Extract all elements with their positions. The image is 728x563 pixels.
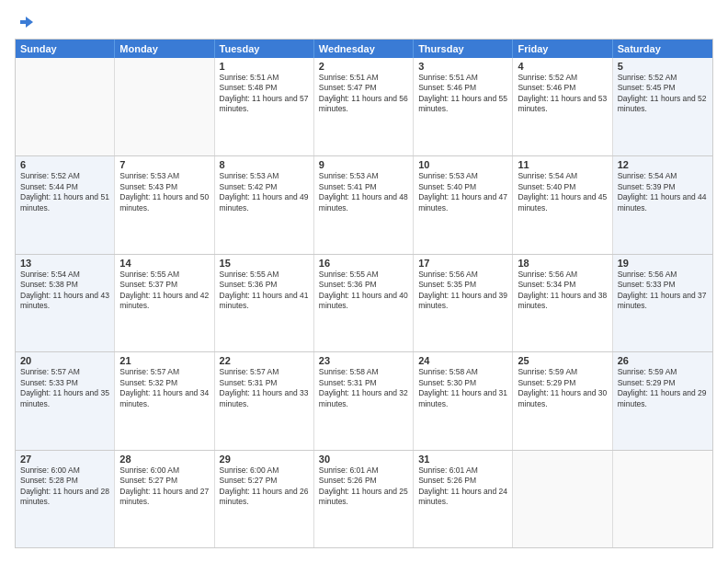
page: SundayMondayTuesdayWednesdayThursdayFrid…	[0, 0, 728, 563]
day-number: 19	[618, 258, 708, 269]
day-info: Sunrise: 5:56 AMSunset: 5:33 PMDaylight:…	[618, 270, 708, 312]
day-number: 18	[518, 258, 607, 269]
day-cell-6: 6Sunrise: 5:52 AMSunset: 5:44 PMDaylight…	[16, 156, 115, 253]
day-info: Sunrise: 5:53 AMSunset: 5:40 PMDaylight:…	[418, 171, 507, 213]
header-day-friday: Friday	[513, 40, 612, 58]
day-cell-15: 15Sunrise: 5:55 AMSunset: 5:36 PMDayligh…	[215, 255, 314, 351]
day-info: Sunrise: 5:53 AMSunset: 5:41 PMDaylight:…	[319, 171, 408, 213]
day-number: 20	[20, 355, 109, 366]
empty-cell	[513, 451, 612, 547]
day-number: 15	[220, 258, 309, 269]
empty-cell	[613, 451, 712, 547]
day-number: 12	[618, 159, 708, 170]
day-info: Sunrise: 5:55 AMSunset: 5:36 PMDaylight:…	[319, 270, 408, 312]
day-cell-16: 16Sunrise: 5:55 AMSunset: 5:36 PMDayligh…	[314, 255, 414, 351]
day-number: 21	[119, 355, 209, 366]
day-number: 28	[119, 454, 209, 465]
day-cell-19: 19Sunrise: 5:56 AMSunset: 5:33 PMDayligh…	[613, 255, 712, 351]
day-info: Sunrise: 5:57 AMSunset: 5:33 PMDaylight:…	[20, 367, 109, 409]
day-number: 4	[518, 61, 607, 72]
day-number: 14	[119, 258, 209, 269]
day-info: Sunrise: 5:55 AMSunset: 5:37 PMDaylight:…	[119, 270, 209, 312]
calendar-row-3: 13Sunrise: 5:54 AMSunset: 5:38 PMDayligh…	[16, 254, 712, 351]
day-cell-2: 2Sunrise: 5:51 AMSunset: 5:47 PMDaylight…	[314, 58, 414, 155]
day-cell-30: 30Sunrise: 6:01 AMSunset: 5:26 PMDayligh…	[314, 451, 414, 547]
day-number: 2	[319, 61, 408, 72]
day-info: Sunrise: 5:54 AMSunset: 5:38 PMDaylight:…	[20, 270, 109, 312]
day-cell-13: 13Sunrise: 5:54 AMSunset: 5:38 PMDayligh…	[16, 255, 115, 351]
day-cell-31: 31Sunrise: 6:01 AMSunset: 5:26 PMDayligh…	[414, 451, 513, 547]
day-number: 10	[418, 159, 507, 170]
day-cell-11: 11Sunrise: 5:54 AMSunset: 5:40 PMDayligh…	[513, 156, 612, 253]
day-number: 23	[319, 355, 408, 366]
day-number: 27	[20, 454, 109, 465]
day-cell-4: 4Sunrise: 5:52 AMSunset: 5:46 PMDaylight…	[513, 58, 612, 155]
day-cell-12: 12Sunrise: 5:54 AMSunset: 5:39 PMDayligh…	[613, 156, 712, 253]
header-day-saturday: Saturday	[613, 40, 712, 58]
header-day-wednesday: Wednesday	[314, 40, 414, 58]
day-cell-8: 8Sunrise: 5:53 AMSunset: 5:42 PMDaylight…	[215, 156, 314, 253]
day-number: 11	[518, 159, 607, 170]
day-number: 25	[518, 355, 607, 366]
day-cell-26: 26Sunrise: 5:59 AMSunset: 5:29 PMDayligh…	[613, 352, 712, 449]
day-cell-10: 10Sunrise: 5:53 AMSunset: 5:40 PMDayligh…	[414, 156, 513, 253]
header	[15, 15, 713, 29]
logo-flag-icon	[17, 15, 35, 33]
calendar-row-1: 1Sunrise: 5:51 AMSunset: 5:48 PMDaylight…	[16, 58, 712, 155]
day-cell-14: 14Sunrise: 5:55 AMSunset: 5:37 PMDayligh…	[115, 255, 214, 351]
day-number: 22	[220, 355, 309, 366]
calendar-row-2: 6Sunrise: 5:52 AMSunset: 5:44 PMDaylight…	[16, 155, 712, 253]
day-cell-9: 9Sunrise: 5:53 AMSunset: 5:41 PMDaylight…	[314, 156, 414, 253]
day-number: 26	[618, 355, 708, 366]
day-info: Sunrise: 5:56 AMSunset: 5:34 PMDaylight:…	[518, 270, 607, 312]
day-cell-25: 25Sunrise: 5:59 AMSunset: 5:29 PMDayligh…	[513, 352, 612, 449]
day-info: Sunrise: 5:51 AMSunset: 5:46 PMDaylight:…	[418, 73, 507, 115]
calendar-header: SundayMondayTuesdayWednesdayThursdayFrid…	[16, 40, 712, 58]
logo	[15, 15, 35, 29]
day-info: Sunrise: 5:53 AMSunset: 5:42 PMDaylight:…	[220, 171, 309, 213]
day-number: 31	[418, 454, 507, 465]
header-day-tuesday: Tuesday	[215, 40, 314, 58]
day-info: Sunrise: 5:57 AMSunset: 5:32 PMDaylight:…	[119, 367, 209, 409]
day-info: Sunrise: 5:58 AMSunset: 5:30 PMDaylight:…	[418, 367, 507, 409]
day-info: Sunrise: 5:56 AMSunset: 5:35 PMDaylight:…	[418, 270, 507, 312]
header-day-sunday: Sunday	[16, 40, 115, 58]
day-info: Sunrise: 5:52 AMSunset: 5:46 PMDaylight:…	[518, 73, 607, 115]
header-day-thursday: Thursday	[414, 40, 513, 58]
day-number: 8	[220, 159, 309, 170]
day-info: Sunrise: 5:58 AMSunset: 5:31 PMDaylight:…	[319, 367, 408, 409]
day-cell-1: 1Sunrise: 5:51 AMSunset: 5:48 PMDaylight…	[215, 58, 314, 155]
day-number: 24	[418, 355, 507, 366]
day-cell-21: 21Sunrise: 5:57 AMSunset: 5:32 PMDayligh…	[115, 352, 214, 449]
day-cell-28: 28Sunrise: 6:00 AMSunset: 5:27 PMDayligh…	[115, 451, 214, 547]
day-number: 13	[20, 258, 109, 269]
day-info: Sunrise: 5:52 AMSunset: 5:44 PMDaylight:…	[20, 171, 109, 213]
day-number: 1	[220, 61, 309, 72]
day-info: Sunrise: 5:57 AMSunset: 5:31 PMDaylight:…	[220, 367, 309, 409]
day-number: 5	[618, 61, 708, 72]
day-info: Sunrise: 5:52 AMSunset: 5:45 PMDaylight:…	[618, 73, 708, 115]
day-info: Sunrise: 6:01 AMSunset: 5:26 PMDaylight:…	[418, 465, 507, 508]
day-info: Sunrise: 5:53 AMSunset: 5:43 PMDaylight:…	[119, 171, 209, 213]
day-info: Sunrise: 5:51 AMSunset: 5:48 PMDaylight:…	[220, 73, 309, 115]
day-number: 9	[319, 159, 408, 170]
day-info: Sunrise: 6:00 AMSunset: 5:28 PMDaylight:…	[20, 465, 109, 508]
empty-cell	[16, 58, 115, 155]
day-cell-24: 24Sunrise: 5:58 AMSunset: 5:30 PMDayligh…	[414, 352, 513, 449]
day-cell-23: 23Sunrise: 5:58 AMSunset: 5:31 PMDayligh…	[314, 352, 414, 449]
day-cell-18: 18Sunrise: 5:56 AMSunset: 5:34 PMDayligh…	[513, 255, 612, 351]
calendar: SundayMondayTuesdayWednesdayThursdayFrid…	[15, 39, 713, 548]
day-info: Sunrise: 5:59 AMSunset: 5:29 PMDaylight:…	[618, 367, 708, 409]
day-cell-17: 17Sunrise: 5:56 AMSunset: 5:35 PMDayligh…	[414, 255, 513, 351]
day-number: 16	[319, 258, 408, 269]
day-cell-22: 22Sunrise: 5:57 AMSunset: 5:31 PMDayligh…	[215, 352, 314, 449]
day-cell-20: 20Sunrise: 5:57 AMSunset: 5:33 PMDayligh…	[16, 352, 115, 449]
day-cell-3: 3Sunrise: 5:51 AMSunset: 5:46 PMDaylight…	[414, 58, 513, 155]
header-day-monday: Monday	[115, 40, 214, 58]
day-number: 6	[20, 159, 109, 170]
day-info: Sunrise: 5:55 AMSunset: 5:36 PMDaylight:…	[220, 270, 309, 312]
day-number: 7	[119, 159, 209, 170]
day-number: 3	[418, 61, 507, 72]
empty-cell	[115, 58, 214, 155]
logo-text	[15, 15, 35, 33]
